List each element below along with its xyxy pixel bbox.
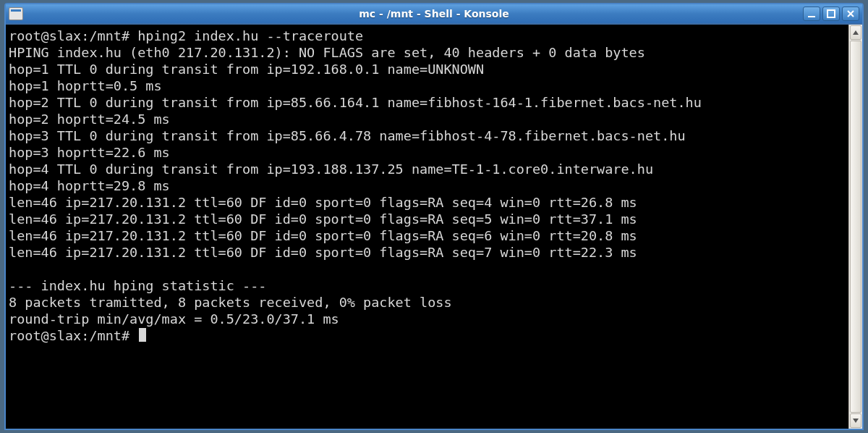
vertical-scrollbar[interactable] bbox=[848, 25, 862, 429]
titlebar[interactable]: mc - /mnt - Shell - Konsole bbox=[6, 4, 862, 23]
terminal[interactable]: root@slax:/mnt# hping2 index.hu --tracer… bbox=[6, 25, 848, 429]
terminal-output-line: len=46 ip=217.20.131.2 ttl=60 DF id=0 sp… bbox=[9, 211, 637, 227]
terminal-output-line: --- index.hu hping statistic --- bbox=[9, 278, 266, 293]
terminal-output-line: hop=4 TTL 0 during transit from ip=193.1… bbox=[9, 161, 653, 177]
terminal-output-line: round-trip min/avg/max = 0.5/23.0/37.1 m… bbox=[9, 311, 339, 327]
window-title: mc - /mnt - Shell - Konsole bbox=[6, 8, 862, 20]
terminal-output-line: len=46 ip=217.20.131.2 ttl=60 DF id=0 sp… bbox=[9, 195, 637, 210]
window-controls bbox=[803, 7, 859, 21]
terminal-output-line: len=46 ip=217.20.131.2 ttl=60 DF id=0 sp… bbox=[9, 228, 637, 243]
cursor bbox=[139, 328, 146, 342]
minimize-button[interactable] bbox=[803, 7, 820, 21]
terminal-output-line: hop=1 TTL 0 during transit from ip=192.1… bbox=[9, 62, 484, 77]
scroll-up-button[interactable] bbox=[850, 25, 861, 40]
konsole-app-icon bbox=[9, 7, 23, 20]
terminal-output-line: HPING index.hu (eth0 217.20.131.2): NO F… bbox=[9, 45, 645, 60]
terminal-output-line: hop=1 hoprtt=0.5 ms bbox=[9, 78, 162, 93]
konsole-window: mc - /mnt - Shell - Konsole root@slax:/m… bbox=[4, 3, 864, 430]
terminal-area: root@slax:/mnt# hping2 index.hu --tracer… bbox=[6, 23, 862, 429]
terminal-output-line: 8 packets tramitted, 8 packets received,… bbox=[9, 295, 452, 310]
terminal-output-line: hop=3 TTL 0 during transit from ip=85.66… bbox=[9, 128, 686, 143]
svg-rect-0 bbox=[808, 16, 815, 17]
terminal-output-line: len=46 ip=217.20.131.2 ttl=60 DF id=0 sp… bbox=[9, 245, 637, 260]
terminal-output-line: hop=3 hoprtt=22.6 ms bbox=[9, 145, 170, 160]
terminal-output-line: hop=4 hoprtt=29.8 ms bbox=[9, 178, 170, 193]
terminal-output-line: hop=2 hoprtt=24.5 ms bbox=[9, 112, 170, 127]
scroll-track[interactable] bbox=[849, 41, 862, 413]
scroll-down-button[interactable] bbox=[850, 413, 861, 428]
svg-rect-1 bbox=[827, 10, 835, 17]
shell-prompt: root@slax:/mnt# bbox=[9, 28, 137, 43]
terminal-output-line: hop=2 TTL 0 during transit from ip=85.66… bbox=[9, 95, 702, 110]
command-text: hping2 index.hu --traceroute bbox=[137, 28, 363, 43]
maximize-button[interactable] bbox=[822, 7, 840, 21]
scroll-thumb[interactable] bbox=[850, 41, 861, 413]
shell-prompt: root@slax:/mnt# bbox=[9, 328, 137, 343]
close-button[interactable] bbox=[842, 7, 859, 21]
